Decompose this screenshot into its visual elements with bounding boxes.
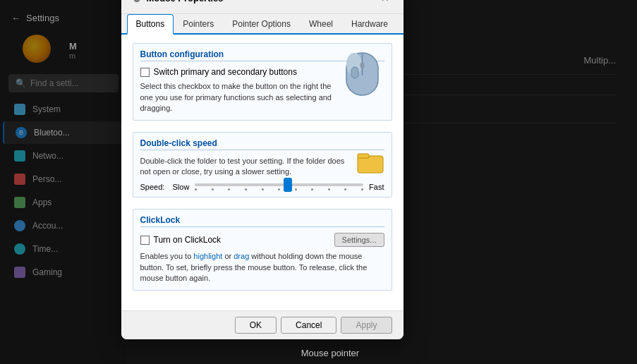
tab-pointers[interactable]: Pointers [174,14,223,35]
primary-secondary-checkbox[interactable] [140,68,150,77]
highlight-link: highlight [193,252,222,260]
speed-dot [328,188,330,190]
dialog-title-area: Mouse Properties [131,0,224,4]
dialog-overlay: Mouse Properties ✕ Buttons Pointers Poin… [0,0,637,364]
mouse-properties-dialog: Mouse Properties ✕ Buttons Pointers Poin… [121,0,404,339]
speed-dots [195,188,363,190]
button-config-section: Button configuration Switch primary and … [133,43,392,120]
mouse-graphic [343,46,382,99]
clicklock-checkbox[interactable] [140,236,150,245]
speed-dot [295,188,297,190]
tab-hardware[interactable]: Hardware [342,14,397,35]
speed-slider-container [195,183,363,190]
svg-rect-6 [351,67,358,78]
double-click-section: Double-click speed Double-click the fold… [133,132,392,198]
primary-secondary-checkbox-row: Switch primary and secondary buttons [140,67,336,77]
dialog-title-text: Mouse Properties [147,0,224,4]
speed-dot [344,188,346,190]
speed-dot [245,188,247,190]
clicklock-description: Enables you to highlight or drag without… [140,251,384,284]
fast-label: Fast [369,183,384,191]
double-click-description: Double-click the folder to test your set… [140,156,384,178]
speed-dot [262,188,264,190]
svg-rect-8 [358,156,383,173]
ok-button[interactable]: OK [235,317,277,334]
speed-track[interactable] [195,183,363,186]
speed-dot [212,188,214,190]
dialog-titlebar: Mouse Properties ✕ [121,0,404,14]
speed-thumb[interactable] [284,178,292,192]
settings-button[interactable]: Settings... [334,233,384,247]
speed-row: Speed: Slow [140,183,384,191]
speed-dot [278,188,280,190]
apply-button[interactable]: Apply [341,317,392,334]
checkbox-label: Switch primary and secondary buttons [154,67,297,77]
clicklock-checkbox-label: Turn on ClickLock [154,235,222,245]
tab-wheel[interactable]: Wheel [300,14,342,35]
slow-label: Slow [173,183,190,191]
svg-rect-0 [134,0,140,2]
tab-buttons[interactable]: Buttons [127,14,174,35]
double-click-header: Double-click speed [140,138,384,150]
dialog-body: Button configuration Switch primary and … [121,35,404,310]
drag-link: drag [233,252,249,260]
tab-pointer-options[interactable]: Pointer Options [223,14,300,35]
cancel-button[interactable]: Cancel [281,317,336,334]
speed-dot [311,188,313,190]
speed-dot [228,188,230,190]
clicklock-header: ClickLock [140,215,384,227]
dialog-footer: OK Cancel Apply [121,310,404,339]
speed-dot [195,188,197,190]
svg-point-7 [360,62,364,69]
close-button[interactable]: ✕ [377,0,394,6]
folder-icon [356,150,384,175]
clicklock-checkbox-row: Turn on ClickLock [140,235,222,245]
clicklock-row: Turn on ClickLock Settings... [140,233,384,247]
speed-label: Speed: [140,183,167,191]
mouse-icon [131,0,142,4]
clicklock-section: ClickLock Turn on ClickLock Settings... … [133,209,392,290]
mouse-pointer-label: Mouse pointer [301,348,359,358]
svg-rect-9 [358,154,369,158]
speed-dot [361,188,363,190]
dialog-tabs: Buttons Pointers Pointer Options Wheel H… [121,14,404,35]
